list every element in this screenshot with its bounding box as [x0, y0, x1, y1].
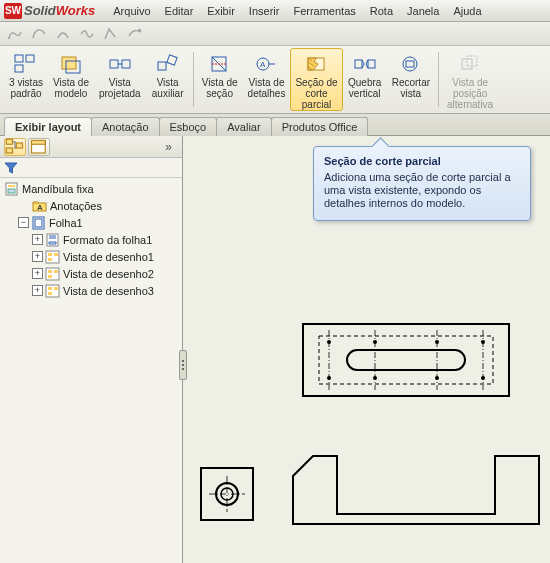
ribbon: 3 vistas padrão Vista de modelo Vista pr…: [0, 46, 550, 114]
alternate-position-icon: [457, 53, 483, 75]
menu-exibir[interactable]: Exibir: [201, 3, 241, 19]
tooltip-body: Adiciona uma seção de corte parcial a um…: [324, 171, 520, 210]
ribbon-quebra-vertical[interactable]: Quebra vertical: [343, 48, 387, 111]
sketch-tool-6-icon[interactable]: [126, 25, 144, 43]
ribbon-label: Recortar vista: [392, 77, 430, 99]
tree-sheet-format[interactable]: + Formato da folha1: [2, 231, 180, 248]
drawing-canvas[interactable]: Seção de corte parcial Adiciona uma seçã…: [183, 136, 550, 563]
menu-editar[interactable]: Editar: [159, 3, 200, 19]
drawing-view-bottom-left: [199, 466, 255, 522]
ribbon-separator: [438, 52, 439, 107]
tree-view-2[interactable]: + Vista de desenho2: [2, 265, 180, 282]
svg-rect-39: [48, 270, 52, 273]
feature-tree-tab-icon[interactable]: [4, 138, 26, 156]
tree-view-3[interactable]: + Vista de desenho3: [2, 282, 180, 299]
feature-tree[interactable]: Mandíbula fixa A Anotações − Folha1 + Fo…: [0, 178, 182, 563]
drawing-view-icon: [45, 284, 61, 298]
app-name-b: Works: [56, 3, 96, 18]
tab-esboco[interactable]: Esboço: [159, 117, 218, 136]
svg-rect-36: [48, 258, 52, 261]
sketch-tool-3-icon[interactable]: [54, 25, 72, 43]
svg-rect-44: [48, 292, 52, 295]
svg-text:A: A: [37, 203, 43, 212]
three-views-icon: [13, 53, 39, 75]
tree-view-1[interactable]: + Vista de desenho1: [2, 248, 180, 265]
svg-rect-1: [138, 29, 141, 32]
expand-panel-icon[interactable]: »: [165, 140, 178, 154]
sketch-tool-1-icon[interactable]: [6, 25, 24, 43]
feature-manager-panel: » Mandíbula fixa A Anotações − Folha1 +: [0, 136, 183, 563]
svg-rect-7: [110, 60, 118, 68]
expand-toggle-icon[interactable]: +: [32, 268, 43, 279]
svg-rect-9: [158, 62, 166, 70]
property-manager-tab-icon[interactable]: [28, 138, 50, 156]
drawing-view-icon: [45, 250, 61, 264]
menu-janela[interactable]: Janela: [401, 3, 445, 19]
ribbon-label: 3 vistas padrão: [9, 77, 43, 99]
annotations-folder-icon: A: [32, 199, 48, 213]
tab-avaliar[interactable]: Avaliar: [216, 117, 271, 136]
model-view-icon: [58, 53, 84, 75]
svg-rect-23: [16, 143, 22, 148]
section-view-icon: [207, 53, 233, 75]
svg-point-17: [403, 57, 417, 71]
drawing-view-top: [301, 322, 511, 398]
sheet-format-icon: [45, 233, 61, 247]
expand-toggle-icon[interactable]: +: [32, 251, 43, 262]
menu-ferramentas[interactable]: Ferramentas: [287, 3, 361, 19]
ribbon-secao-corte-parcial[interactable]: Seção de corte parcial: [290, 48, 342, 111]
svg-rect-45: [54, 287, 58, 290]
tab-produtos-office[interactable]: Produtos Office: [271, 117, 369, 136]
svg-rect-37: [54, 253, 58, 256]
tree-label: Vista de desenho1: [63, 251, 154, 263]
ribbon-vista-posicao-alternativa: Vista de posição alternativa: [442, 48, 498, 111]
tree-label: Mandíbula fixa: [22, 183, 94, 195]
ribbon-vista-projetada[interactable]: Vista projetada: [94, 48, 146, 111]
tree-label: Anotações: [50, 200, 102, 212]
side-tab-bar: »: [0, 136, 182, 158]
menu-rota[interactable]: Rota: [364, 3, 399, 19]
tab-anotacao[interactable]: Anotação: [91, 117, 159, 136]
tree-annotations[interactable]: A Anotações: [2, 197, 180, 214]
menu-ajuda[interactable]: Ajuda: [447, 3, 487, 19]
svg-rect-8: [122, 60, 130, 68]
tree-sheet[interactable]: − Folha1: [2, 214, 180, 231]
tree-filter-row[interactable]: [0, 158, 182, 178]
ribbon-label: Vista de seção: [202, 77, 238, 99]
sheet-icon: [31, 216, 47, 230]
svg-text:A: A: [260, 60, 266, 69]
app-name: SolidWorks: [24, 3, 95, 18]
expand-toggle-icon[interactable]: +: [32, 234, 43, 245]
svg-rect-27: [8, 185, 15, 187]
svg-rect-43: [48, 287, 52, 290]
menu-arquivo[interactable]: Arquivo: [107, 3, 156, 19]
tree-root[interactable]: Mandíbula fixa: [2, 180, 180, 197]
svg-rect-22: [6, 148, 12, 153]
break-view-icon: [352, 53, 378, 75]
detail-view-icon: A: [254, 53, 280, 75]
splitter-grip[interactable]: [179, 350, 187, 380]
tab-exibir-layout[interactable]: Exibir layout: [4, 117, 92, 136]
tab-strip: Exibir layout Anotação Esboço Avaliar Pr…: [0, 114, 550, 136]
svg-rect-35: [48, 253, 52, 256]
expand-toggle-icon[interactable]: +: [32, 285, 43, 296]
ribbon-vista-secao[interactable]: Vista de seção: [197, 48, 243, 111]
sketch-tool-4-icon[interactable]: [78, 25, 96, 43]
tree-label: Formato da folha1: [63, 234, 152, 246]
sketch-tool-5-icon[interactable]: [102, 25, 120, 43]
projected-view-icon: [107, 53, 133, 75]
sketch-tool-2-icon[interactable]: [30, 25, 48, 43]
ribbon-vista-auxiliar[interactable]: Vista auxiliar: [146, 48, 190, 111]
menu-inserir[interactable]: Inserir: [243, 3, 286, 19]
svg-rect-41: [54, 270, 58, 273]
auxiliary-view-icon: [155, 53, 181, 75]
svg-point-0: [8, 37, 10, 39]
ribbon-recortar-vista[interactable]: Recortar vista: [387, 48, 435, 111]
svg-rect-4: [15, 65, 23, 72]
broken-out-section-icon: [304, 53, 330, 75]
ribbon-vista-modelo[interactable]: Vista de modelo: [48, 48, 94, 111]
funnel-icon: [4, 161, 18, 175]
collapse-toggle-icon[interactable]: −: [18, 217, 29, 228]
ribbon-vista-detalhes[interactable]: A Vista de detalhes: [243, 48, 291, 111]
ribbon-3vistas[interactable]: 3 vistas padrão: [4, 48, 48, 111]
